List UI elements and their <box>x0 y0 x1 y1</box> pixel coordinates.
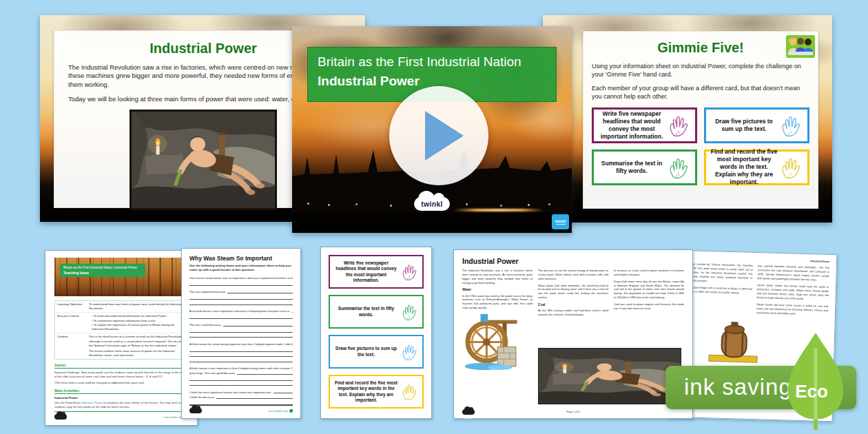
eco-leaf-icon <box>289 409 293 413</box>
visit-twinkl-link: visit twinkl.com <box>268 409 293 413</box>
slide-title: Gimmie Five! <box>592 40 809 56</box>
twinkl-logo: twinkl <box>462 409 475 415</box>
waterwheel-illustration <box>462 313 526 371</box>
writing-prompt-group: A third reason for steam being important… <box>189 342 293 362</box>
steam-engine-illustration <box>707 320 760 364</box>
teaching-notes-body: Starter Keyword Challenge: How many word… <box>54 360 188 411</box>
coal-miner-illustration <box>130 110 277 210</box>
slide-content-card: Gimmie Five! Using your information shee… <box>583 31 818 209</box>
eco-leaf-badge: Eco <box>784 331 847 431</box>
hand-icon <box>780 152 803 183</box>
table-row: Learning Objective: To understand how ne… <box>55 301 187 313</box>
writing-prompt-group: One reason steam power was so important … <box>189 276 293 286</box>
card-label: Summarise the text in fifty words. <box>598 160 665 175</box>
slide-paragraph: Each member of your group will have a di… <box>592 85 809 101</box>
water-heading: Water <box>462 287 533 292</box>
writing-prompt-group: A forth reason it was important is that … <box>189 366 293 386</box>
doc-steam-worksheet[interactable]: Why Was Steam So Important Use the follo… <box>181 248 301 419</box>
card-key-words: Find and record the five most important … <box>329 375 424 409</box>
doc-gimme-five-cards[interactable]: Write five newspaper headlines that woul… <box>320 247 432 419</box>
text-column: was opened between Stockton and Darlingt… <box>756 265 829 320</box>
card-newspaper-headlines: Write five newspaper headlines that woul… <box>329 255 424 289</box>
slide-paragraph: Using your information sheet on Industri… <box>592 63 809 79</box>
twinkl-corner-badge: twinkl <box>552 214 569 229</box>
main-activities-heading: Main Activities <box>54 389 188 394</box>
play-button[interactable] <box>389 86 488 185</box>
card-key-words: Find and record the five most important … <box>704 149 809 185</box>
hand-icon <box>780 110 803 141</box>
hand-icon <box>401 260 419 283</box>
card-draw-pictures: Draw five pictures to sum up the text. <box>704 107 809 143</box>
doc-teaching-ideas[interactable]: Britain as the First Industrial Nation: … <box>45 250 198 426</box>
writing-prompt-group: I think the most significant reason that… <box>189 390 293 405</box>
video-preview[interactable]: Britain as the First Industrial Nation I… <box>292 26 572 233</box>
coal-heading: Coal <box>538 302 608 307</box>
card-label: Find and record the five most important … <box>710 148 778 186</box>
pylon-banner-image: Britain as the First Industrial Nation: … <box>54 258 188 296</box>
card-label: Write five newspaper headlines that woul… <box>598 110 665 141</box>
writing-prompt-group: This was useful because <box>189 322 293 338</box>
doc-title-box: Britain as the First Industrial Nation: … <box>60 264 145 277</box>
writing-prompt-group: A second reason it was important is beca… <box>189 309 293 319</box>
writing-prompt-group: This was important because <box>189 289 293 304</box>
answer-line <box>189 280 293 286</box>
hand-card-grid: Write five newspaper headlines that woul… <box>592 107 809 185</box>
hand-icon <box>401 340 419 363</box>
worksheet-title: Why Was Steam So Important <box>189 255 293 262</box>
hand-icon <box>668 110 691 141</box>
page-number: Page 1 of 3 <box>566 411 579 413</box>
doc-footer: twinkl visit twinkl.com <box>54 411 188 420</box>
card-draw-pictures: Draw five pictures to sum up the text. <box>329 335 424 369</box>
coal-miner-illustration <box>538 348 681 404</box>
slide-gimmie-five: Gimmie Five! Using your information shee… <box>543 15 832 223</box>
worksheet-instructions: Use the following writing frame and your… <box>189 264 293 272</box>
doc-subtitle: Teaching Ideas <box>63 271 142 275</box>
starter-heading: Starter <box>54 363 188 369</box>
group-work-icon <box>786 35 815 58</box>
doc-footer: twinkl visit twinkl.com <box>189 405 293 413</box>
doc-info-sheet-page1[interactable]: Industrial Power The Industrial Revoluti… <box>453 249 693 419</box>
page-header: Industrial Power <box>681 256 829 263</box>
info-sheet-title: Industrial Power <box>462 257 684 265</box>
road-light-streak <box>454 209 544 211</box>
text-column: The Industrial Revolution saw a rise in … <box>462 269 533 371</box>
card-label: Draw five pictures to sum up the text. <box>710 118 778 133</box>
twinkl-logo: twinkl <box>414 197 450 211</box>
course-title: Britain as the First Industrial Nation <box>318 54 546 70</box>
card-newspaper-headlines: Write five newspaper headlines that woul… <box>592 107 697 143</box>
eco-label: Eco <box>784 381 839 402</box>
hand-icon <box>401 300 419 323</box>
resource-link: Industrial Power <box>81 401 102 404</box>
city-lights <box>307 203 309 205</box>
doc-footer: twinkl Page 1 of 3 <box>462 409 684 415</box>
card-summarise: Summarise the text in fifty words. <box>592 149 697 185</box>
twinkl-logo: twinkl <box>54 414 67 420</box>
card-summarise: Summarise the text in fifty words. <box>329 295 424 329</box>
lesson-info-table: Learning Objective: To understand how ne… <box>54 300 188 360</box>
twinkl-logo: twinkl <box>189 408 202 413</box>
hand-icon <box>668 152 691 183</box>
resource-preview-page: Industrial Power The Industrial Revoluti… <box>0 0 868 434</box>
writing-frame: One reason steam power was so important … <box>189 276 293 405</box>
table-row: Success Criteria: To read and understand… <box>55 313 187 333</box>
table-row: Context: This is the third lesson of a s… <box>55 333 187 359</box>
doc-title: Britain as the First Industrial Nation: … <box>63 266 142 270</box>
hand-icon <box>401 380 419 403</box>
